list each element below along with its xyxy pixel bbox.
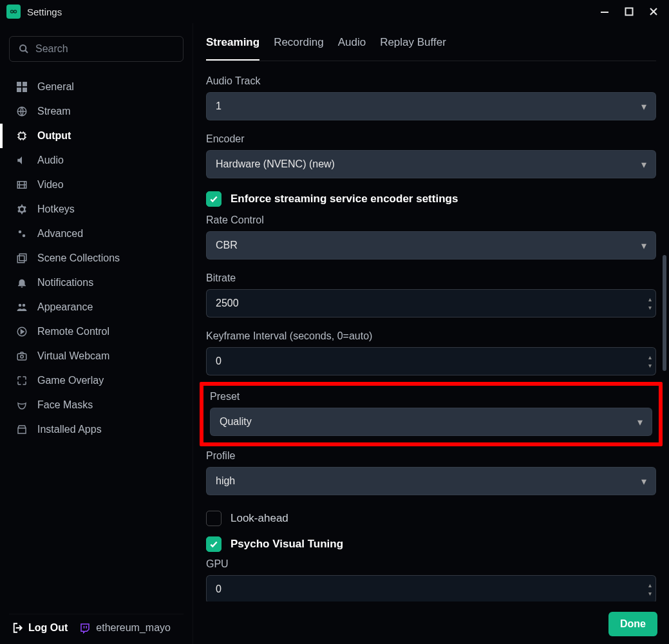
titlebar: Settings — [0, 0, 669, 23]
sidebar-item-face-masks[interactable]: Face Masks — [9, 393, 184, 417]
volume-icon — [15, 154, 28, 167]
psycho-checkbox[interactable] — [206, 536, 221, 552]
sidebar: General Stream Output Audio Video — [0, 23, 193, 644]
svg-rect-9 — [23, 82, 27, 86]
look-ahead-checkbox[interactable] — [206, 511, 221, 526]
twitch-icon — [79, 622, 91, 634]
svg-line-7 — [25, 50, 28, 53]
svg-rect-11 — [23, 88, 27, 92]
film-icon — [15, 178, 28, 191]
audio-track-select[interactable]: 1 ▾ — [206, 92, 656, 120]
input-value: 0 — [216, 583, 221, 595]
user-chip[interactable]: ethereum_mayo — [79, 622, 171, 634]
camera-icon — [15, 350, 28, 363]
audio-track-label: Audio Track — [206, 75, 656, 87]
scrollbar-thumb[interactable] — [663, 255, 666, 371]
sidebar-item-installed-apps[interactable]: Installed Apps — [9, 417, 184, 442]
svg-point-27 — [23, 234, 26, 238]
bitrate-field: Bitrate 2500 ▴▾ — [206, 272, 656, 317]
sidebar-item-stream[interactable]: Stream — [9, 99, 184, 124]
sidebar-item-virtual-webcam[interactable]: Virtual Webcam — [9, 344, 184, 368]
enforce-checkbox[interactable] — [206, 191, 221, 207]
sidebar-footer: Log Out ethereum_mayo — [9, 614, 184, 638]
svg-rect-29 — [19, 254, 26, 261]
done-button[interactable]: Done — [608, 612, 657, 636]
chevron-down-icon: ▾ — [637, 416, 643, 428]
spinner-control[interactable]: ▴▾ — [648, 296, 652, 311]
svg-rect-13 — [19, 133, 25, 139]
search-icon — [19, 44, 29, 54]
gear-icon — [15, 203, 28, 216]
rate-control-select[interactable]: CBR ▾ — [206, 231, 656, 260]
preset-select[interactable]: Quality ▾ — [210, 408, 652, 436]
sidebar-item-game-overlay[interactable]: Game Overlay — [9, 368, 184, 393]
search-field[interactable] — [9, 36, 184, 62]
chevron-down-icon: ▾ — [641, 100, 646, 113]
sidebar-item-label: Virtual Webcam — [37, 350, 109, 362]
encoder-select[interactable]: Hardware (NVENC) (new) ▾ — [206, 150, 656, 178]
svg-point-6 — [20, 45, 26, 51]
sidebar-item-label: Advanced — [37, 228, 83, 240]
psycho-label: Psycho Visual Tuning — [231, 538, 343, 551]
gpu-input[interactable]: 0 ▴▾ — [206, 575, 656, 601]
chip-icon — [15, 129, 28, 142]
sidebar-item-label: Notifications — [37, 277, 93, 289]
close-button[interactable] — [645, 3, 663, 21]
sidebar-item-advanced[interactable]: Advanced — [9, 222, 184, 246]
sidebar-item-output[interactable]: Output — [9, 124, 184, 148]
maximize-button[interactable] — [620, 3, 638, 21]
search-input[interactable] — [35, 43, 174, 55]
svg-rect-8 — [17, 82, 21, 86]
sidebar-item-label: Hotkeys — [37, 204, 75, 215]
svg-point-30 — [19, 304, 22, 307]
logout-button[interactable]: Log Out — [12, 622, 68, 634]
preset-highlight: Preset Quality ▾ — [200, 382, 663, 446]
select-value: Quality — [220, 416, 252, 428]
sidebar-item-remote-control[interactable]: Remote Control — [9, 319, 184, 344]
tab-audio[interactable]: Audio — [338, 36, 366, 54]
sidebar-item-label: Video — [37, 179, 64, 191]
gears-icon — [15, 227, 28, 240]
rate-control-label: Rate Control — [206, 214, 656, 226]
keyframe-input[interactable]: 0 ▴▾ — [206, 347, 656, 375]
sidebar-item-label: Stream — [37, 106, 71, 117]
footer: Done — [193, 601, 669, 644]
sidebar-item-appearance[interactable]: Appearance — [9, 295, 184, 319]
sidebar-item-scene-collections[interactable]: Scene Collections — [9, 246, 184, 270]
window-title: Settings — [27, 6, 62, 17]
spinner-control[interactable]: ▴▾ — [648, 354, 652, 369]
sidebar-item-label: Output — [37, 130, 71, 142]
sidebar-item-label: Appearance — [37, 301, 93, 313]
content-area: Streaming Recording Audio Replay Buffer … — [193, 23, 669, 601]
spinner-control[interactable]: ▴▾ — [648, 582, 652, 597]
bitrate-input[interactable]: 2500 ▴▾ — [206, 289, 656, 317]
svg-rect-28 — [17, 256, 24, 263]
preset-field: Preset Quality ▾ — [210, 391, 652, 436]
svg-rect-33 — [17, 354, 26, 360]
sidebar-item-label: Remote Control — [37, 326, 109, 337]
tab-replay-buffer[interactable]: Replay Buffer — [380, 36, 446, 54]
chevron-down-icon: ▾ — [641, 240, 646, 252]
app-icon — [6, 5, 21, 19]
sidebar-item-label: Audio — [37, 155, 64, 166]
chevron-down-icon: ▾ — [641, 475, 646, 488]
svg-rect-2 — [601, 12, 608, 13]
sidebar-item-general[interactable]: General — [9, 75, 184, 99]
minimize-button[interactable] — [596, 3, 614, 21]
select-value: 1 — [216, 100, 221, 112]
psycho-row: Psycho Visual Tuning — [206, 536, 656, 552]
profile-select[interactable]: high ▾ — [206, 467, 656, 495]
sidebar-item-notifications[interactable]: Notifications — [9, 270, 184, 295]
logout-label: Log Out — [28, 622, 68, 634]
people-icon — [15, 301, 28, 314]
tab-streaming[interactable]: Streaming — [206, 36, 259, 54]
chevron-down-icon: ▾ — [641, 158, 646, 171]
tab-recording[interactable]: Recording — [274, 36, 324, 54]
sidebar-item-label: Game Overlay — [37, 375, 104, 386]
bell-icon — [15, 276, 28, 289]
sidebar-item-audio[interactable]: Audio — [9, 148, 184, 173]
sidebar-item-video[interactable]: Video — [9, 173, 184, 197]
encoder-field: Encoder Hardware (NVENC) (new) ▾ — [206, 133, 656, 178]
profile-label: Profile — [206, 450, 656, 462]
sidebar-item-hotkeys[interactable]: Hotkeys — [9, 197, 184, 222]
